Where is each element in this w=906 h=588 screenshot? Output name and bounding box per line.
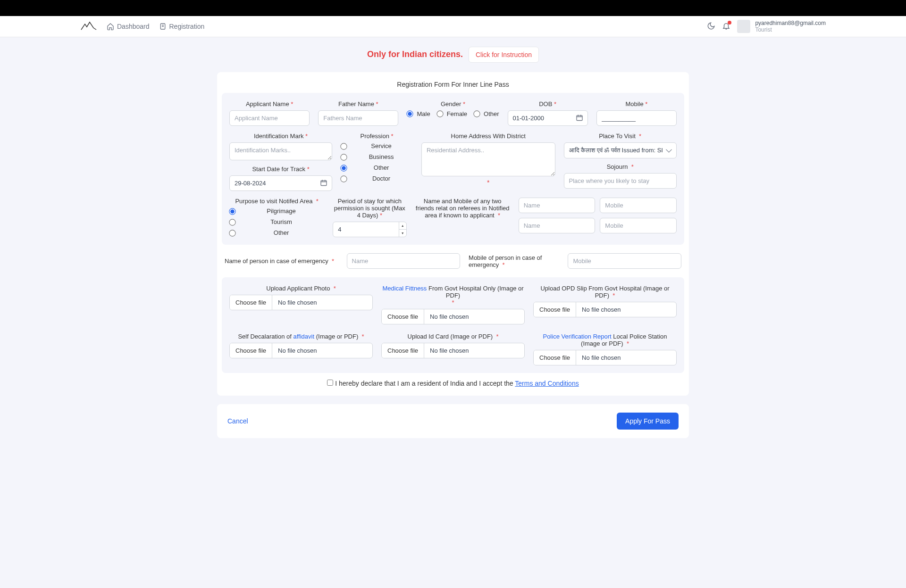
file-status-text: No file chosen <box>272 343 322 358</box>
app-logo <box>80 21 97 32</box>
nav-registration-label: Registration <box>169 23 205 30</box>
file-choose-button[interactable]: Choose file <box>534 302 576 317</box>
form-title: Registration Form For Inner Line Pass <box>217 81 689 88</box>
nav-dashboard[interactable]: Dashboard <box>107 23 150 30</box>
nav-registration[interactable]: Registration <box>159 23 205 30</box>
label-emergency-name: Name of person in case of emergency * <box>225 257 338 265</box>
label-place-to-visit: Place To Visit * <box>564 133 677 140</box>
home-address-input[interactable] <box>421 142 555 176</box>
moon-icon <box>707 22 715 30</box>
label-upload-opd: Upload OPD Slip From Govt Hospital (Imag… <box>533 285 677 299</box>
gender-other[interactable]: Other <box>474 110 499 117</box>
profession-business-label: Business <box>350 153 413 160</box>
app-header: Dashboard Registration pyaredhiman88@gma… <box>0 16 906 37</box>
user-menu[interactable]: pyaredhiman88@gmail.com Tourist <box>737 20 826 33</box>
file-police[interactable]: Choose file No file chosen <box>533 350 677 365</box>
mobile-input[interactable] <box>596 110 677 126</box>
file-status-text: No file chosen <box>424 309 474 324</box>
purpose-tourism-radio[interactable] <box>229 219 235 225</box>
nav-dashboard-label: Dashboard <box>117 23 150 30</box>
theme-toggle[interactable] <box>707 22 715 32</box>
gender-male[interactable]: Male <box>407 110 430 117</box>
form-section-uploads: Upload Applicant Photo * Choose file No … <box>222 277 684 373</box>
notifications-button[interactable] <box>722 22 730 32</box>
home-icon <box>107 23 114 30</box>
label-sojourn: Sojourn * <box>564 163 677 170</box>
instruction-button[interactable]: Click for Instruction <box>469 47 539 63</box>
address-required-star: * <box>421 179 555 186</box>
referee1-name-input[interactable] <box>519 198 596 213</box>
file-choose-button[interactable]: Choose file <box>534 350 576 365</box>
applicant-name-input[interactable] <box>229 110 310 126</box>
emergency-name-input[interactable] <box>347 253 461 269</box>
declaration-text: I hereby declare that I am a resident of… <box>335 380 515 387</box>
file-opd[interactable]: Choose file No file chosen <box>533 302 677 317</box>
profession-other-radio[interactable] <box>341 165 347 171</box>
label-home-address: Home Address With District <box>421 133 555 140</box>
file-status-text: No file chosen <box>424 343 474 358</box>
apply-button[interactable]: Apply For Pass <box>617 413 679 430</box>
file-medical[interactable]: Choose file No file chosen <box>381 309 525 324</box>
medical-fitness-link[interactable]: Medical Fittness <box>382 285 427 292</box>
profession-service-label: Service <box>350 142 413 149</box>
file-choose-button[interactable]: Choose file <box>382 309 424 324</box>
user-role: Tourist <box>755 26 826 33</box>
profession-business-radio[interactable] <box>341 154 347 160</box>
notification-badge <box>728 21 731 25</box>
label-applicant-name: Applicant Name * <box>229 100 310 108</box>
avatar <box>737 20 750 33</box>
file-photo[interactable]: Choose file No file chosen <box>229 295 373 310</box>
period-input[interactable] <box>333 222 406 237</box>
purpose-tourism-label: Tourism <box>238 218 324 225</box>
referee2-name-input[interactable] <box>519 218 596 233</box>
registration-card: Registration Form For Inner Line Pass Ap… <box>217 72 689 396</box>
period-spinner[interactable]: ▲▼ <box>399 222 406 237</box>
form-footer: Cancel Apply For Pass <box>217 404 689 438</box>
place-to-visit-select[interactable]: आदि कैलाश एवं ॐ पर्वत Issued from: SI <box>564 142 677 158</box>
document-icon <box>159 23 167 30</box>
father-name-input[interactable] <box>318 110 398 126</box>
label-period: Period of stay for which permission is s… <box>333 198 406 219</box>
purpose-pilgrimage-radio[interactable] <box>229 208 235 215</box>
label-upload-photo: Upload Applicant Photo * <box>229 285 373 292</box>
file-choose-button[interactable]: Choose file <box>230 295 272 310</box>
label-purpose: Purpose to visit Notifed Area * <box>229 198 324 205</box>
banner: Only for Indian citizens. Click for Inst… <box>217 47 689 63</box>
sojourn-input[interactable] <box>564 173 677 189</box>
declaration-row: I hereby declare that I am a resident of… <box>217 373 689 387</box>
purpose-other-radio[interactable] <box>229 230 235 236</box>
terms-link[interactable]: Terms and Conditions <box>515 380 579 387</box>
referee2-mobile-input[interactable] <box>600 218 677 233</box>
id-mark-input[interactable] <box>229 142 332 160</box>
file-choose-button[interactable]: Choose file <box>230 343 272 358</box>
profession-doctor-radio[interactable] <box>341 175 347 182</box>
label-emergency-mobile: Mobile of person in case of emergency * <box>469 254 559 268</box>
file-idcard[interactable]: Choose file No file chosen <box>381 343 525 358</box>
declaration-checkbox[interactable] <box>327 380 333 386</box>
police-report-link[interactable]: Police Verification Report <box>543 333 611 340</box>
cancel-button[interactable]: Cancel <box>227 417 248 425</box>
referee1-mobile-input[interactable] <box>600 198 677 213</box>
file-status-text: No file chosen <box>272 295 322 310</box>
label-upload-affidavit: Self Decalaration of affidavit (Image or… <box>229 333 373 340</box>
affidavit-link[interactable]: affidavit <box>294 333 315 340</box>
gender-female[interactable]: Female <box>437 110 467 117</box>
start-date-input[interactable] <box>229 175 332 191</box>
label-upload-idcard: Upload Id Card (Image or PDF) * <box>381 333 525 340</box>
label-referees: Name and Mobile of any two friends relat… <box>415 198 510 219</box>
label-start-date: Start Date for Track * <box>229 166 332 173</box>
form-section-main: Applicant Name * Father Name * Gender * … <box>222 93 684 245</box>
profession-doctor-label: Doctor <box>350 175 413 182</box>
profession-other-label: Other <box>350 164 413 171</box>
browser-top-bar <box>0 0 906 16</box>
file-affidavit[interactable]: Choose file No file chosen <box>229 343 373 358</box>
label-mobile: Mobile * <box>596 100 677 108</box>
label-gender: Gender * <box>407 100 499 108</box>
purpose-other-label: Other <box>238 229 324 236</box>
label-dob: DOB * <box>508 100 588 108</box>
profession-service-radio[interactable] <box>341 143 347 149</box>
emergency-mobile-input[interactable] <box>568 253 681 269</box>
file-choose-button[interactable]: Choose file <box>382 343 424 358</box>
file-status-text: No file chosen <box>576 350 626 365</box>
dob-input[interactable] <box>508 110 588 126</box>
